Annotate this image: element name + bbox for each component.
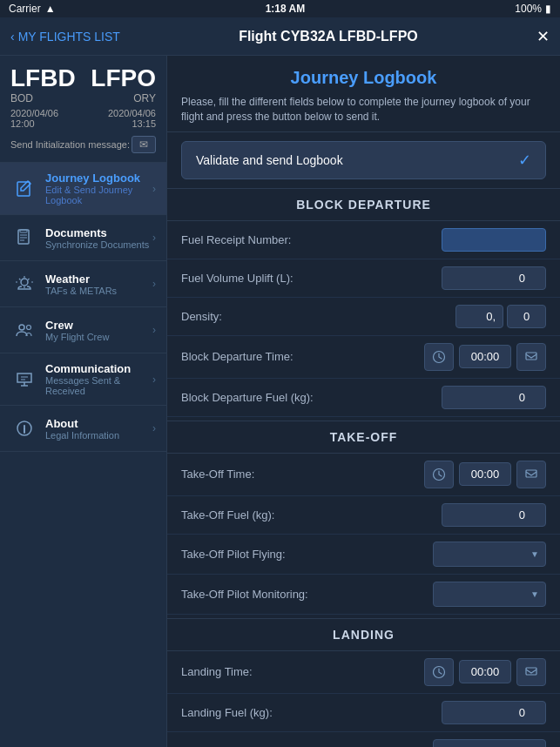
- top-nav: ‹ MY FLIGHTS LIST Flight CYB32A LFBD-LFP…: [0, 17, 560, 56]
- arrow-icon: ›: [152, 232, 156, 244]
- sidebar-item-communication[interactable]: Communication Messages Sent & Received ›: [0, 353, 166, 406]
- communication-subtitle: Messages Sent & Received: [45, 375, 152, 396]
- arrow-icon: ›: [152, 183, 156, 195]
- carrier-label: Carrier: [9, 3, 41, 15]
- logbook-header: Journey Logbook Please, fill the differe…: [167, 56, 560, 132]
- takeoff-header: TAKE-OFF: [167, 421, 560, 454]
- about-title: About: [45, 417, 152, 430]
- takeoff-pilot-flying-wrapper[interactable]: [433, 542, 546, 567]
- takeoff-pilot-flying-select[interactable]: [433, 542, 546, 567]
- block-dep-time-msg-button[interactable]: [516, 343, 546, 371]
- about-subtitle: Legal Information: [45, 430, 152, 441]
- fuel-volume-label: Fuel Volume Uplift (L):: [181, 272, 442, 285]
- arr-airport-code: LFPO: [91, 64, 156, 92]
- crew-title: Crew: [45, 319, 152, 332]
- takeoff-time-label: Take-Off Time:: [181, 468, 424, 481]
- landing-time-label: Landing Time:: [181, 665, 424, 678]
- journey-logbook-subtitle: Edit & Send Journey Logbook: [45, 185, 152, 205]
- weather-subtitle: TAFs & METARs: [45, 286, 152, 296]
- block-dep-time-label: Block Departure Time:: [181, 350, 424, 363]
- sidebar-item-journey-logbook[interactable]: Journey Logbook Edit & Send Journey Logb…: [0, 163, 166, 215]
- landing-pilot-flying-select[interactable]: [433, 739, 546, 747]
- documents-subtitle: Synchronize Documents: [45, 239, 152, 250]
- takeoff-time-clock-button[interactable]: [424, 461, 454, 488]
- send-init-label: Send Initialization message:: [10, 139, 130, 150]
- back-label: MY FLIGHTS LIST: [18, 30, 120, 44]
- communication-icon: [10, 366, 38, 394]
- fuel-receipt-input[interactable]: [442, 228, 546, 252]
- dep-date: 2020/04/06: [10, 108, 58, 118]
- flight-dates: 2020/04/06 2020/04/06: [10, 108, 156, 118]
- svg-rect-10: [526, 470, 536, 477]
- block-dep-time-input[interactable]: [459, 345, 511, 368]
- sidebar-item-crew[interactable]: Crew My Flight Crew ›: [0, 307, 166, 353]
- documents-icon: [10, 224, 38, 252]
- dep-time: 12:00: [10, 118, 35, 129]
- density-inputs: [455, 305, 546, 328]
- sidebar-item-documents[interactable]: Documents Synchronize Documents ›: [0, 215, 166, 261]
- landing-fuel-row: Landing Fuel (kg):: [167, 694, 560, 732]
- takeoff-fuel-input[interactable]: [442, 503, 546, 527]
- wifi-icon: ▲: [45, 3, 56, 15]
- fuel-volume-input[interactable]: [442, 266, 546, 290]
- sidebar-item-about[interactable]: About Legal Information ›: [0, 406, 166, 452]
- documents-text: Documents Synchronize Documents: [45, 226, 152, 250]
- documents-title: Documents: [45, 226, 152, 239]
- takeoff-time-row: Take-Off Time:: [167, 454, 560, 496]
- status-time: 1:18 AM: [266, 3, 306, 15]
- fuel-receipt-label: Fuel Receipt Number:: [181, 233, 442, 246]
- back-button[interactable]: ‹ MY FLIGHTS LIST: [10, 30, 120, 44]
- send-init-button[interactable]: ✉: [132, 136, 156, 153]
- takeoff-pilot-monitoring-wrapper[interactable]: [433, 582, 546, 607]
- takeoff-pilot-flying-row: Take-Off Pilot Flying:: [167, 535, 560, 575]
- flight-times: 12:00 13:15: [10, 118, 156, 129]
- block-dep-time-clock-button[interactable]: [424, 343, 454, 371]
- svg-rect-12: [526, 668, 536, 675]
- communication-title: Communication: [45, 362, 152, 375]
- sidebar-item-weather[interactable]: Weather TAFs & METARs ›: [0, 261, 166, 307]
- status-bar: Carrier ▲ 1:18 AM 100% ▮: [0, 0, 560, 17]
- landing-header: LANDING: [167, 618, 560, 651]
- takeoff-time-msg-button[interactable]: [516, 461, 546, 488]
- arr-date: 2020/04/06: [108, 108, 156, 118]
- about-icon: [10, 414, 38, 442]
- flight-airports: LFBD BOD LFPO ORY: [10, 64, 156, 104]
- block-dep-fuel-input[interactable]: [442, 386, 546, 409]
- status-bar-left: Carrier ▲: [9, 3, 56, 15]
- svg-point-4: [19, 325, 24, 330]
- block-dep-time-field: [424, 343, 546, 371]
- content-area: Journey Logbook Please, fill the differe…: [167, 56, 560, 747]
- density-input-1[interactable]: [455, 305, 503, 328]
- crew-text: Crew My Flight Crew: [45, 319, 152, 342]
- journey-logbook-text: Journey Logbook Edit & Send Journey Logb…: [45, 172, 152, 205]
- svg-point-5: [27, 326, 31, 330]
- send-init-row: Send Initialization message: ✉: [10, 136, 156, 153]
- sidebar: LFBD BOD LFPO ORY 2020/04/06 2020/04/06 …: [0, 56, 167, 747]
- density-input-2[interactable]: [507, 305, 546, 328]
- block-dep-time-row: Block Departure Time:: [167, 336, 560, 379]
- svg-rect-8: [526, 353, 536, 360]
- journey-logbook-title: Journey Logbook: [45, 172, 152, 185]
- validate-send-button[interactable]: Validate and send Logbook ✓: [181, 141, 546, 179]
- crew-icon: [10, 316, 38, 344]
- takeoff-pilot-monitoring-row: Take-Off Pilot Monitoring:: [167, 575, 560, 615]
- crew-subtitle: My Flight Crew: [45, 332, 152, 342]
- arrow-icon: ›: [152, 422, 156, 434]
- takeoff-pilot-monitoring-select[interactable]: [433, 582, 546, 607]
- close-button[interactable]: ✕: [536, 27, 550, 46]
- landing-pilot-flying-wrapper[interactable]: [433, 739, 546, 747]
- takeoff-time-input[interactable]: [459, 462, 511, 486]
- takeoff-pilot-monitoring-label: Take-Off Pilot Monitoring:: [181, 588, 433, 601]
- landing-time-field: [424, 658, 546, 686]
- landing-time-clock-button[interactable]: [424, 658, 454, 686]
- arrow-icon: ›: [152, 278, 156, 290]
- landing-fuel-input[interactable]: [442, 701, 546, 724]
- nav-title: Flight CYB32A LFBD-LFPO: [239, 29, 418, 44]
- landing-time-row: Landing Time:: [167, 651, 560, 694]
- communication-text: Communication Messages Sent & Received: [45, 362, 152, 396]
- landing-time-msg-button[interactable]: [516, 658, 546, 686]
- block-dep-fuel-label: Block Departure Fuel (kg):: [181, 391, 442, 404]
- landing-time-input[interactable]: [459, 660, 511, 683]
- status-bar-right: 100% ▮: [515, 3, 551, 15]
- svg-rect-2: [20, 230, 27, 232]
